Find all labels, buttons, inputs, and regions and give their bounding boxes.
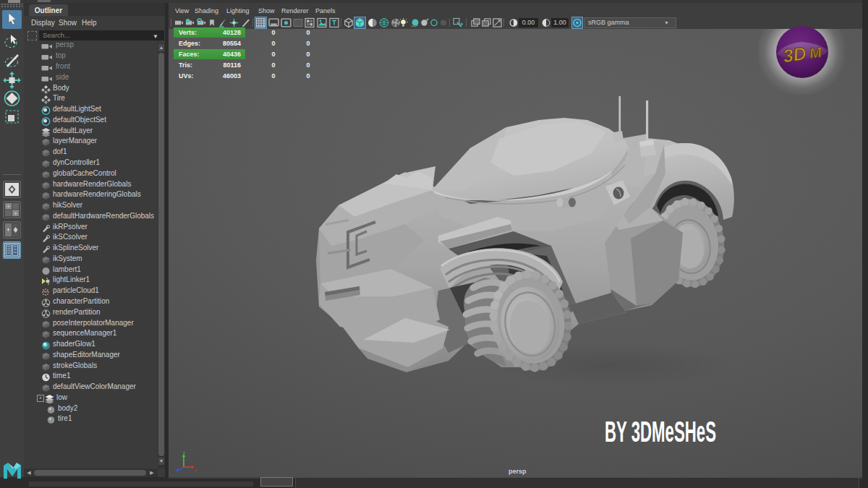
svg-text:+: + — [14, 210, 17, 217]
svg-text:x: x — [195, 468, 197, 472]
svg-text:3D: 3D — [782, 43, 808, 66]
svg-text:+: + — [7, 226, 10, 234]
svg-text:+: + — [7, 203, 10, 210]
svg-text:y: y — [183, 451, 185, 455]
